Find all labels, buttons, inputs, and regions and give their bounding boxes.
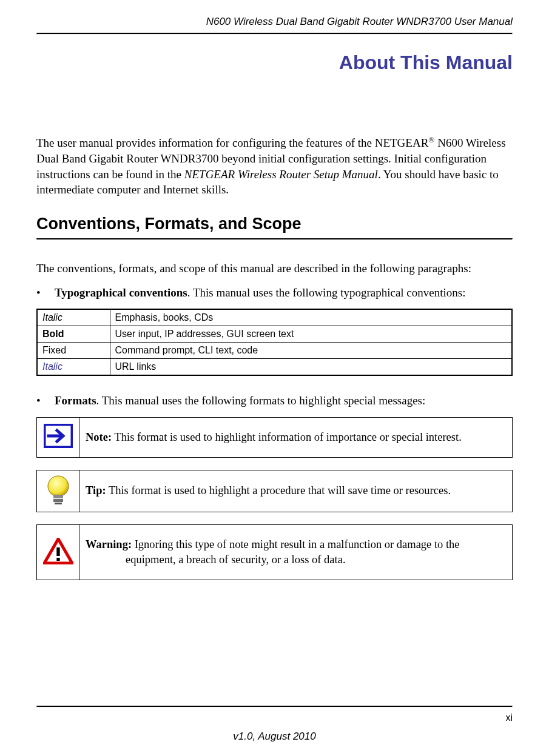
conv-url-desc: URL links bbox=[110, 359, 512, 376]
svg-rect-5 bbox=[56, 547, 59, 556]
warning-icon bbox=[43, 538, 73, 564]
conv-italic-label: Italic bbox=[37, 309, 110, 326]
section-heading-conventions: Conventions, Formats, and Scope bbox=[36, 215, 513, 233]
warning-icon-cell bbox=[37, 524, 79, 580]
intro-italic: NETGEAR Wireless Router Setup Manual bbox=[184, 168, 378, 181]
note-callout: Note: This format is used to highlight i… bbox=[36, 417, 513, 458]
note-text: This format is used to highlight informa… bbox=[112, 431, 462, 443]
tip-text: This format is used to highlight a proce… bbox=[106, 484, 451, 497]
table-row: Bold User input, IP addresses, GUI scree… bbox=[37, 326, 512, 343]
bullet-marker: • bbox=[36, 285, 55, 301]
conv-url-label: Italic bbox=[37, 359, 110, 376]
warning-text-cell: Warning: Ignoring this type of note migh… bbox=[79, 524, 513, 580]
conv-bold-label: Bold bbox=[37, 326, 110, 343]
note-text-cell: Note: This format is used to highlight i… bbox=[79, 417, 513, 457]
svg-point-1 bbox=[48, 476, 69, 497]
bullet-bold: Formats bbox=[55, 394, 96, 407]
footer-rule bbox=[36, 706, 513, 707]
bullet-content: Typographical conventions. This manual u… bbox=[55, 285, 513, 301]
bullet-typographical: • Typographical conventions. This manual… bbox=[36, 285, 513, 301]
footer-version: v1.0, August 2010 bbox=[36, 731, 513, 743]
lightbulb-icon bbox=[44, 474, 72, 506]
conventions-table: Italic Emphasis, books, CDs Bold User in… bbox=[36, 309, 513, 376]
tip-label: Tip: bbox=[86, 484, 106, 497]
arrow-icon bbox=[44, 424, 73, 448]
registered-mark: ® bbox=[428, 135, 434, 144]
svg-rect-3 bbox=[53, 499, 63, 502]
running-header: N600 Wireless Dual Band Gigabit Router W… bbox=[36, 16, 513, 28]
bullet-bold: Typographical conventions bbox=[55, 286, 187, 299]
tip-callout: Tip: This format is used to highlight a … bbox=[36, 470, 513, 512]
warning-label: Warning: bbox=[86, 538, 132, 550]
conv-bold-desc: User input, IP addresses, GUI screen tex… bbox=[110, 326, 512, 343]
header-rule bbox=[36, 33, 513, 35]
warning-callout: Warning: Ignoring this type of note migh… bbox=[36, 524, 513, 580]
table-row: Fixed Command prompt, CLI text, code bbox=[37, 343, 512, 359]
warning-text: Ignoring this type of note might result … bbox=[126, 538, 460, 566]
tip-text-cell: Tip: This format is used to highlight a … bbox=[79, 470, 513, 512]
bullet-content: Formats. This manual uses the following … bbox=[55, 393, 513, 409]
conv-italic-desc: Emphasis, books, CDs bbox=[110, 309, 512, 326]
bullet-rest: . This manual uses the following formats… bbox=[96, 394, 426, 407]
chapter-title: About This Manual bbox=[36, 52, 513, 74]
section-rule bbox=[36, 238, 513, 240]
note-label: Note: bbox=[86, 431, 112, 443]
intro-paragraph: The user manual provides information for… bbox=[36, 135, 513, 198]
svg-rect-4 bbox=[55, 503, 62, 504]
manual-page: N600 Wireless Dual Band Gigabit Router W… bbox=[0, 0, 549, 756]
bullet-rest: . This manual uses the following typogra… bbox=[187, 286, 466, 299]
tip-icon-cell bbox=[37, 470, 79, 512]
page-footer: xi v1.0, August 2010 bbox=[36, 706, 513, 743]
conv-fixed-label: Fixed bbox=[37, 343, 110, 359]
table-row: Italic URL links bbox=[37, 359, 512, 376]
svg-rect-6 bbox=[56, 558, 59, 561]
bullet-formats: • Formats. This manual uses the followin… bbox=[36, 393, 513, 409]
svg-rect-2 bbox=[53, 495, 63, 498]
conv-fixed-desc: Command prompt, CLI text, code bbox=[110, 343, 512, 359]
bullet-marker: • bbox=[36, 393, 55, 409]
section-lead: The conventions, formats, and scope of t… bbox=[36, 261, 513, 276]
intro-text-1: The user manual provides information for… bbox=[36, 136, 428, 149]
table-row: Italic Emphasis, books, CDs bbox=[37, 309, 512, 326]
page-number: xi bbox=[36, 712, 513, 723]
note-icon-cell bbox=[37, 417, 79, 457]
